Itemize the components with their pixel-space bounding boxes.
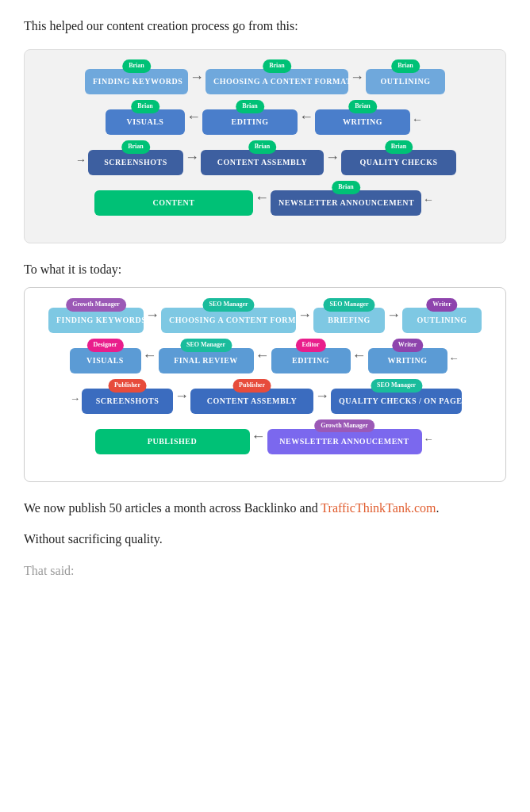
d2-node-published: PUBLISHED [95, 429, 250, 454]
d2-node-writing: Writer WRITING [368, 348, 447, 373]
node-choosing-format: Brian CHOOSING A CONTENT FORMAT [205, 69, 348, 94]
d2-label-newsletter: NEWSLETTER ANNOUCEMENT [267, 429, 422, 454]
badge-brian-format: Brian [263, 59, 291, 73]
arrow-4b: ← [410, 111, 424, 135]
arrow-8: ← [421, 191, 436, 215]
badge-brian-visuals: Brian [131, 100, 159, 113]
d2-arrow-7: → [173, 385, 190, 414]
arrow-1: → [188, 66, 205, 95]
footer-link[interactable]: TrafficThinkTank.com [321, 501, 436, 515]
diagram-2-box: Growth Manager FINDING KEYWORDS → SEO Ma… [24, 287, 506, 481]
d2-arrow-5: ← [254, 344, 271, 373]
d2-node-choosing-format: SEO Manager CHOOSING A CONTENT FORMAT [161, 308, 296, 333]
diagram2-row4: PUBLISHED ← Growth Manager NEWSLETTER AN… [37, 425, 493, 454]
footer-text1end: . [436, 501, 439, 515]
d2-node-editing: Editor EDITING [271, 348, 351, 373]
diagram2-row1: Growth Manager FINDING KEYWORDS → SEO Ma… [37, 304, 493, 333]
diagram2-row2: Designer VISUALS ← SEO Manager FINAL REV… [37, 344, 493, 373]
node-editing: Brian EDITING [202, 109, 298, 135]
badge-brian-screenshots: Brian [121, 140, 150, 154]
d2-badge-seo-briefing: SEO Manager [323, 298, 374, 312]
label-content: CONTENT [94, 190, 253, 216]
node-writing: Brian WRITING [315, 109, 410, 135]
label-writing: WRITING [315, 109, 410, 135]
d2-arrow-6b: ← [447, 350, 461, 373]
d2-node-visuals: Designer VISUALS [70, 348, 141, 373]
arrow-3: ← [185, 105, 202, 135]
d2-badge-editor-editing: Editor [295, 339, 325, 352]
d2-badge-designer-visuals: Designer [86, 339, 123, 352]
d2-arrow-4: ← [141, 344, 159, 373]
between-text: To what it is today: [24, 259, 506, 280]
d2-node-screenshots: Publisher SCREENSHOTS [82, 389, 173, 414]
d2-arrow-1: → [144, 304, 161, 333]
d2-label-visuals: VISUALS [70, 348, 141, 373]
badge-brian-assembly: Brian [248, 140, 277, 154]
badge-brian-outline: Brian [391, 59, 420, 73]
label-assembly: CONTENT ASSEMBLY [201, 150, 324, 175]
badge-brian-kw: Brian [122, 59, 151, 73]
d2-node-finding-keywords: Growth Manager FINDING KEYWORDS [48, 308, 144, 333]
label-newsletter: NEWSLETTER ANNOUNCEMENT [271, 190, 421, 216]
d2-badge-writer-writing: Writer [392, 339, 423, 352]
d2-label-published: PUBLISHED [95, 429, 250, 454]
node-assembly: Brian CONTENT ASSEMBLY [201, 150, 324, 175]
d2-arrow-10: ← [422, 431, 436, 454]
d2-badge-growth-kw: Growth Manager [66, 298, 126, 312]
d2-label-qualityon: QUALITY CHECKS / ON PAGE [331, 389, 462, 414]
node-screenshots: Brian SCREENSHOTS [88, 150, 183, 175]
footer-paragraph-2: Without sacrificing quality. [24, 529, 506, 550]
d2-label-briefing: BRIEFING [313, 308, 385, 333]
d2-node-briefing: SEO Manager BRIEFING [313, 308, 385, 333]
node-outlining: Brian OUTLINING [366, 69, 445, 94]
d2-node-qualityon: SEO Manager QUALITY CHECKS / ON PAGE [331, 389, 462, 414]
label-outlining: OUTLINING [366, 69, 445, 94]
diagram1-row3: → Brian SCREENSHOTS → Brian CONTENT ASSE… [37, 146, 493, 175]
d2-label-editing: EDITING [271, 348, 351, 373]
label-finding-keywords: FINDING KEYWORDS [85, 69, 188, 94]
node-finding-keywords: Brian FINDING KEYWORDS [85, 69, 188, 94]
label-quality: QUALITY CHECKS [341, 150, 456, 175]
d2-arrow-9: ← [250, 425, 267, 454]
d2-label-screenshots: SCREENSHOTS [82, 389, 173, 414]
d2-label-choosing-format: CHOOSING A CONTENT FORMAT [161, 308, 296, 333]
badge-brian-writing: Brian [348, 100, 377, 113]
d2-badge-growth-newsletter: Growth Manager [314, 419, 374, 433]
d2-node-newsletter: Growth Manager NEWSLETTER ANNOUCEMENT [267, 429, 422, 454]
node-content: CONTENT [94, 190, 253, 216]
diagram1-row4: CONTENT ← Brian NEWSLETTER ANNOUNCEMENT … [37, 186, 493, 216]
d2-arrow-3: → [385, 304, 402, 333]
d2-label-assembly: CONTENT ASSEMBLY [190, 389, 313, 414]
arrow-6: → [324, 146, 341, 175]
d2-badge-seo-quality: SEO Manager [371, 379, 422, 393]
d2-arrow-left: → [68, 391, 82, 414]
node-quality: Brian QUALITY CHECKS [341, 150, 456, 175]
diagram-1-box: Brian FINDING KEYWORDS → Brian CHOOSING … [24, 49, 506, 243]
diagram2-row3: → Publisher SCREENSHOTS → Publisher CONT… [37, 385, 493, 414]
label-editing: EDITING [202, 109, 298, 135]
arrow-4: ← [298, 105, 315, 135]
d2-badge-writer-outline: Writer [426, 298, 457, 312]
d2-arrow-8: → [313, 385, 331, 414]
node-newsletter: Brian NEWSLETTER ANNOUNCEMENT [271, 190, 421, 216]
badge-brian-editing: Brian [236, 100, 264, 113]
arrow-left-side: → [74, 151, 88, 175]
d2-badge-seo-format: SEO Manager [202, 298, 254, 312]
badge-brian-quality: Brian [385, 140, 413, 154]
d2-label-outlining: OUTLINING [402, 308, 482, 333]
badge-brian-newsletter: Brian [332, 181, 360, 194]
d2-node-assembly: Publisher CONTENT ASSEMBLY [190, 389, 313, 414]
d2-badge-pub-assembly: Publisher [232, 379, 271, 393]
diagram1-row2: Brian VISUALS ← Brian EDITING ← Brian WR… [37, 105, 493, 135]
diagram1-row1: Brian FINDING KEYWORDS → Brian CHOOSING … [37, 66, 493, 95]
label-choosing-format: CHOOSING A CONTENT FORMAT [205, 69, 348, 94]
footer-paragraph-1: We now publish 50 articles a month acros… [24, 498, 506, 519]
d2-label-finalreview: FINAL REVIEW [159, 348, 254, 373]
label-screenshots: SCREENSHOTS [88, 150, 183, 175]
intro-text: This helped our content creation process… [24, 16, 506, 36]
node-visuals: Brian VISUALS [106, 109, 185, 135]
d2-label-finding-keywords: FINDING KEYWORDS [48, 308, 144, 333]
label-visuals: VISUALS [106, 109, 185, 135]
footer-text1: We now publish 50 articles a month acros… [24, 501, 321, 515]
d2-badge-pub-screenshots: Publisher [108, 379, 147, 393]
